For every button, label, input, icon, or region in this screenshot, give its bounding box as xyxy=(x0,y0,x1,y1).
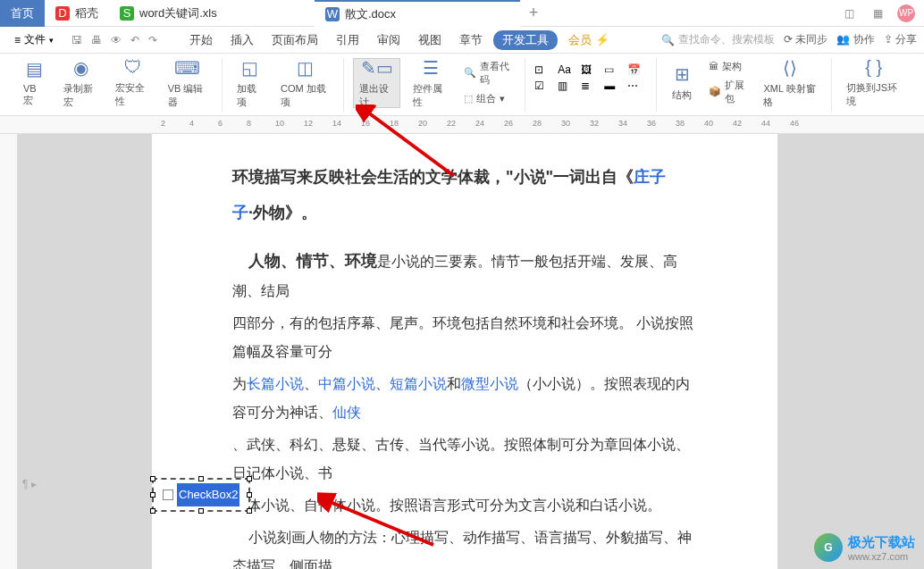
link-zhuang[interactable]: 庄子 xyxy=(634,168,666,186)
vertical-ruler[interactable] xyxy=(0,134,18,569)
combo-control-icon[interactable]: ▥ xyxy=(558,79,577,92)
checkbox-icon xyxy=(163,490,173,500)
menu-chapter[interactable]: 章节 xyxy=(452,29,490,52)
list-control-icon[interactable]: ≣ xyxy=(581,79,601,92)
new-tab-button[interactable]: + xyxy=(520,0,547,27)
menu-view[interactable]: 视图 xyxy=(411,29,449,52)
group-icon: ⬚ xyxy=(464,93,473,105)
link-mid[interactable]: 中篇小说 xyxy=(318,376,375,391)
exit-design-button[interactable]: ✎▭退出设计 xyxy=(353,58,400,108)
addons-button[interactable]: ◱加载项 xyxy=(231,58,268,108)
link-long[interactable]: 长篇小说 xyxy=(247,376,304,391)
xml-map-button[interactable]: ⟨⟩XML 映射窗格 xyxy=(758,58,822,108)
share-button[interactable]: ⇪ 分享 xyxy=(884,32,917,47)
xml-icon: ⟨⟩ xyxy=(779,57,801,79)
link-short[interactable]: 短篇小说 xyxy=(390,376,447,391)
com-addons-button[interactable]: ◫COM 加载项 xyxy=(275,58,334,108)
checkbox-control[interactable]: CheckBox2 xyxy=(152,478,250,512)
tab-xls[interactable]: S word关键词.xls xyxy=(109,0,315,27)
link-zi[interactable]: 子 xyxy=(232,204,248,222)
control-props-button[interactable]: ☰控件属性 xyxy=(407,58,453,108)
button-control-icon[interactable]: ▬ xyxy=(604,79,624,92)
structure-icon: ⊞ xyxy=(671,63,693,85)
pack-icon: 📦 xyxy=(709,86,721,97)
more-controls-icon[interactable]: ⋯ xyxy=(627,79,647,92)
menu-developer[interactable]: 开发工具 xyxy=(493,30,558,50)
design-icon: ✎▭ xyxy=(366,57,388,79)
horizontal-ruler[interactable]: 2468101214161820222426283032343638404244… xyxy=(0,116,924,134)
macro-security-button[interactable]: 🛡宏安全性 xyxy=(110,58,155,108)
link-micro[interactable]: 微型小说 xyxy=(461,376,518,391)
menu-bar: ≡ 文件 ▾ 🖫 🖶 👁 ↶ ↷ 开始 插入 页面布局 引用 审阅 视图 章节 … xyxy=(0,27,924,54)
document-page[interactable]: 环境描写来反映社会生活的文学体裁，"小说"一词出自《庄子 子·外物》。 人物、情… xyxy=(152,134,777,569)
menu-reference[interactable]: 引用 xyxy=(329,29,366,52)
search-icon: 🔍 xyxy=(661,34,675,46)
record-icon: ◉ xyxy=(70,57,91,79)
vb-macro-button[interactable]: ▤VB 宏 xyxy=(18,58,51,108)
menu-insert[interactable]: 插入 xyxy=(223,29,261,52)
tab-label: word关键词.xls xyxy=(139,5,217,21)
group-button[interactable]: ⬚组合 ▾ xyxy=(460,90,516,107)
wm-title: 极光下载站 xyxy=(848,534,915,551)
tab-active-doc[interactable]: W 散文.docx xyxy=(315,0,520,27)
tab-label: 散文.docx xyxy=(345,6,396,22)
file-label: 文件 xyxy=(24,32,46,47)
checkbox-label: CheckBox2 xyxy=(177,483,239,506)
collab-button[interactable]: 👥 协作 xyxy=(836,32,874,47)
controls-palette: ⊡Aa🖼▭📅 ☑▥≣▬⋯ xyxy=(534,58,647,92)
code-icon: 🔍 xyxy=(464,67,476,79)
paragraph-mark-icon: ¶ ▸ xyxy=(22,478,37,490)
props-icon: ☰ xyxy=(420,57,441,79)
window-layout-2-icon[interactable]: ▦ xyxy=(869,4,886,22)
tab-docx-template[interactable]: D 稻壳 xyxy=(45,0,109,27)
preview-icon[interactable]: 👁 xyxy=(111,34,122,46)
user-avatar[interactable]: WP xyxy=(897,4,915,22)
logo-icon: G xyxy=(814,533,843,562)
window-layout-1-icon[interactable]: ◫ xyxy=(840,4,858,22)
date-control-icon[interactable]: 📅 xyxy=(627,63,647,76)
dropdown-control-icon[interactable]: ▭ xyxy=(604,63,624,76)
image-control-icon[interactable]: 🖼 xyxy=(581,63,601,76)
watermark-logo: G 极光下载站 www.xz7.com xyxy=(814,533,915,562)
redo-icon[interactable]: ↷ xyxy=(148,34,157,46)
undo-icon[interactable]: ↶ xyxy=(130,34,139,46)
search-placeholder: 查找命令、搜索模板 xyxy=(678,32,775,47)
cube-icon: ◱ xyxy=(239,57,260,79)
file-menu[interactable]: ≡ 文件 ▾ xyxy=(7,32,61,47)
tab-home[interactable]: 首页 xyxy=(0,0,45,27)
command-search[interactable]: 🔍 查找命令、搜索模板 xyxy=(661,32,775,47)
view-code-button[interactable]: 🔍查看代码 xyxy=(460,58,516,88)
shield-icon: 🛡 xyxy=(122,57,144,78)
checkbox-control-icon[interactable]: ☑ xyxy=(534,79,554,92)
text-control-icon[interactable]: ⊡ xyxy=(534,63,554,76)
hamburger-icon: ≡ xyxy=(14,34,21,46)
doc-icon: D xyxy=(55,6,70,21)
menu-start[interactable]: 开始 xyxy=(182,29,220,52)
title-bar: 首页 D 稻壳 S word关键词.xls W 散文.docx + ◫ ▦ WP xyxy=(0,0,924,27)
vb-editor-button[interactable]: ⌨VB 编辑器 xyxy=(163,58,213,108)
menu-review[interactable]: 审阅 xyxy=(370,29,407,52)
menu-layout[interactable]: 页面布局 xyxy=(265,29,325,52)
xls-icon: S xyxy=(120,6,134,21)
js-icon: { } xyxy=(863,57,885,78)
sync-status[interactable]: ⟳ 未同步 xyxy=(784,32,827,47)
link-xian[interactable]: 仙侠 xyxy=(332,405,361,420)
switch-js-button[interactable]: { }切换到JS环境 xyxy=(841,58,906,108)
print-icon[interactable]: 🖶 xyxy=(91,34,102,46)
tab-label: 稻壳 xyxy=(75,5,98,21)
ab-control-icon[interactable]: Aa xyxy=(558,63,577,76)
save-icon[interactable]: 🖫 xyxy=(71,34,82,46)
expansion-button[interactable]: 📦扩展包 xyxy=(705,77,751,107)
record-macro-button[interactable]: ◉录制新宏 xyxy=(58,58,103,108)
schema-icon: 🏛 xyxy=(709,61,718,71)
quick-access-toolbar: 🖫 🖶 👁 ↶ ↷ xyxy=(64,34,164,46)
word-icon: W xyxy=(325,7,340,21)
editor-icon: ⌨ xyxy=(177,57,198,79)
chevron-down-icon: ▾ xyxy=(49,36,54,45)
wm-url: www.xz7.com xyxy=(848,551,915,562)
document-area: ¶ ▸ 环境描写来反映社会生活的文学体裁，"小说"一词出自《庄子 子·外物》。 … xyxy=(0,134,924,569)
ribbon-toolbar: ▤VB 宏 ◉录制新宏 🛡宏安全性 ⌨VB 编辑器 ◱加载项 ◫COM 加载项 … xyxy=(0,54,924,116)
schema-button[interactable]: 🏛架构 xyxy=(705,58,751,75)
structure-button[interactable]: ⊞结构 xyxy=(666,58,698,108)
menu-vip[interactable]: 会员 ⚡ xyxy=(561,29,617,52)
